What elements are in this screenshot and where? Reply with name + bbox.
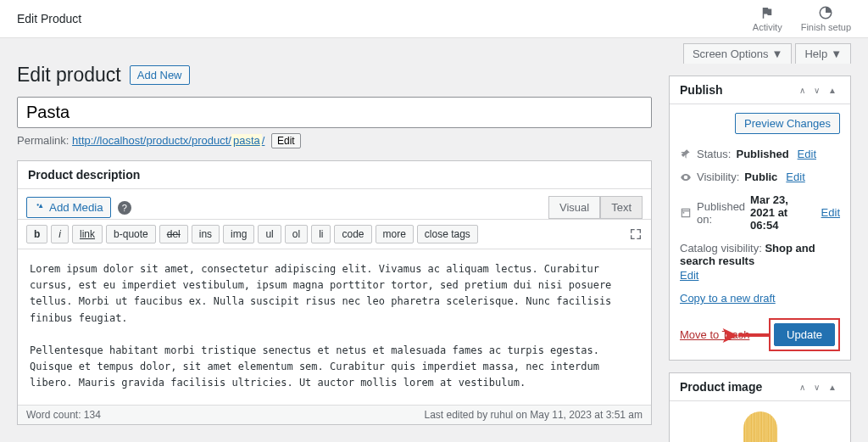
visual-tab[interactable]: Visual: [548, 196, 600, 219]
qt-bold[interactable]: b: [26, 225, 47, 243]
eye-icon: [680, 171, 692, 183]
qt-more[interactable]: more: [376, 225, 414, 243]
product-title-input[interactable]: [17, 97, 652, 128]
word-count: Word count: 134: [26, 409, 101, 421]
progress-icon: [818, 5, 833, 20]
move-up-icon[interactable]: ∧: [796, 84, 809, 97]
last-edited: Last edited by ruhul on May 11, 2023 at …: [424, 409, 643, 421]
qt-ul[interactable]: ul: [258, 225, 281, 243]
product-image-box-title: Product image: [680, 380, 762, 394]
qt-code[interactable]: code: [334, 225, 371, 243]
screen-options-button[interactable]: Screen Options ▼: [683, 43, 792, 64]
publish-box-title: Publish: [680, 83, 723, 97]
annotation-arrow: [738, 333, 769, 337]
move-down-icon[interactable]: ∨: [810, 84, 823, 97]
move-down-icon[interactable]: ∨: [810, 381, 823, 394]
qt-bquote[interactable]: b-quote: [106, 225, 156, 243]
move-up-icon[interactable]: ∧: [796, 381, 809, 394]
page-title: Edit product: [17, 64, 121, 87]
edit-slug-button[interactable]: Edit: [271, 133, 301, 148]
edit-visibility-link[interactable]: Edit: [786, 171, 804, 183]
finish-setup-button[interactable]: Finish setup: [801, 5, 851, 32]
permalink-link[interactable]: http://localhost/productx/product/pasta/: [72, 134, 264, 147]
flag-icon: [760, 5, 775, 20]
chevron-down-icon: ▼: [831, 48, 842, 60]
copy-draft-link[interactable]: Copy to a new draft: [680, 292, 840, 305]
calendar-icon: [680, 207, 692, 219]
admin-bar-title: Edit Product: [17, 12, 81, 25]
svg-point-1: [37, 204, 39, 205]
qt-del[interactable]: del: [159, 225, 188, 243]
qt-ins[interactable]: ins: [192, 225, 220, 243]
svg-rect-2: [683, 211, 685, 213]
add-new-button[interactable]: Add New: [130, 65, 190, 85]
toggle-panel-icon[interactable]: ▲: [825, 381, 840, 394]
help-icon[interactable]: ?: [118, 201, 131, 215]
media-icon: [34, 202, 46, 214]
qt-li[interactable]: li: [311, 225, 331, 243]
pin-icon: [680, 148, 692, 160]
annotation-arrowhead: ➤: [721, 323, 738, 347]
edit-status-link[interactable]: Edit: [798, 148, 816, 160]
help-button[interactable]: Help ▼: [795, 43, 851, 64]
chevron-down-icon: ▼: [772, 48, 783, 60]
product-image-thumbnail[interactable]: [670, 401, 850, 442]
activity-button[interactable]: Activity: [753, 5, 782, 32]
preview-changes-button[interactable]: Preview Changes: [735, 113, 840, 134]
edit-catalog-link[interactable]: Edit: [680, 269, 840, 282]
editor-box-title: Product description: [28, 168, 140, 182]
permalink-row: Permalink: http://localhost/productx/pro…: [17, 133, 652, 148]
qt-italic[interactable]: i: [51, 225, 69, 243]
text-tab[interactable]: Text: [600, 196, 643, 219]
content-textarea[interactable]: [18, 249, 651, 402]
qt-closetags[interactable]: close tags: [417, 225, 478, 243]
qt-ol[interactable]: ol: [285, 225, 308, 243]
pasta-image: [709, 411, 811, 442]
toggle-panel-icon[interactable]: ▲: [825, 84, 840, 97]
qt-link[interactable]: link: [72, 225, 103, 243]
update-button[interactable]: Update: [774, 323, 835, 346]
qt-img[interactable]: img: [223, 225, 254, 243]
edit-date-link[interactable]: Edit: [821, 206, 840, 219]
fullscreen-icon[interactable]: [629, 227, 643, 241]
add-media-button[interactable]: Add Media: [26, 197, 111, 218]
